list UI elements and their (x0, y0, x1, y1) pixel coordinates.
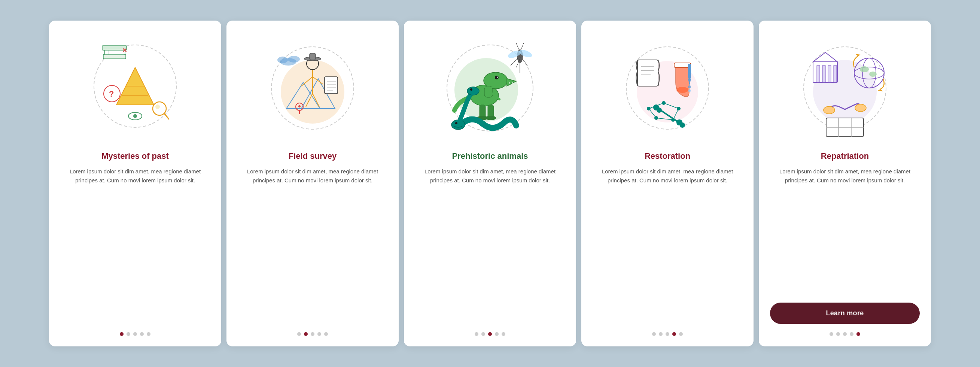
dot-1[interactable] (297, 332, 301, 336)
dot-4[interactable] (495, 332, 499, 336)
dot-2[interactable] (127, 332, 130, 336)
learn-more-button[interactable]: Learn more (770, 303, 920, 324)
card-body-field-survey: Lorem ipsum dolor sit dim amet, mea regi… (238, 167, 387, 324)
svg-marker-107 (855, 54, 861, 56)
svg-point-37 (277, 57, 288, 63)
dot-2[interactable] (836, 332, 840, 336)
svg-line-65 (516, 43, 519, 49)
illustration-field-survey (264, 32, 361, 144)
dots-prehistoric (475, 332, 505, 336)
svg-point-109 (824, 106, 835, 114)
dot-4[interactable] (850, 332, 853, 336)
svg-rect-22 (310, 53, 315, 60)
dot-5[interactable] (856, 332, 860, 336)
svg-line-66 (521, 43, 524, 49)
dot-4[interactable] (672, 332, 676, 336)
svg-rect-98 (817, 65, 820, 82)
svg-point-105 (860, 66, 869, 72)
svg-rect-69 (638, 60, 658, 86)
svg-marker-108 (878, 89, 883, 91)
svg-point-56 (467, 87, 479, 95)
dot-1[interactable] (652, 332, 656, 336)
svg-point-55 (455, 122, 457, 124)
svg-point-106 (869, 72, 877, 77)
cards-container: ? ✕ Mysteries of past Lorem ipsum dolor … (49, 21, 931, 346)
svg-rect-101 (834, 65, 837, 82)
dots-restoration (652, 332, 683, 336)
dot-1[interactable] (120, 332, 124, 336)
svg-line-13 (164, 113, 169, 119)
dot-3[interactable] (843, 332, 847, 336)
dot-5[interactable] (324, 332, 328, 336)
card-title-prehistoric: Prehistoric animals (452, 151, 528, 162)
svg-marker-97 (813, 53, 837, 62)
svg-rect-48 (484, 86, 493, 97)
card-title-restoration: Restoration (644, 151, 690, 162)
svg-point-46 (495, 76, 499, 80)
svg-line-61 (511, 58, 518, 65)
svg-point-52 (485, 116, 496, 120)
svg-point-74 (676, 87, 688, 93)
svg-point-93 (688, 89, 690, 92)
card-title-field-survey: Field survey (289, 151, 337, 162)
dots-field-survey (297, 332, 328, 336)
svg-point-77 (657, 107, 662, 113)
svg-rect-90 (688, 64, 691, 79)
svg-point-38 (288, 56, 300, 62)
card-body-prehistoric: Lorem ipsum dolor sit dim amet, mea regi… (415, 167, 565, 324)
svg-point-34 (298, 105, 301, 107)
dot-5[interactable] (679, 332, 683, 336)
svg-point-11 (133, 114, 137, 118)
svg-text:?: ? (109, 89, 114, 99)
svg-rect-4 (103, 54, 126, 59)
dot-3[interactable] (133, 332, 137, 336)
illustration-mysteries: ? ✕ (86, 32, 184, 144)
dot-5[interactable] (502, 332, 505, 336)
card-body-repatriation: Lorem ipsum dolor sit dim amet, mea regi… (770, 167, 920, 296)
dot-1[interactable] (475, 332, 478, 336)
svg-point-47 (497, 77, 498, 78)
svg-rect-100 (828, 65, 831, 82)
svg-rect-28 (325, 77, 338, 94)
illustration-restoration (619, 32, 716, 144)
dot-2[interactable] (481, 332, 485, 336)
dot-3[interactable] (311, 332, 315, 336)
card-body-mysteries: Lorem ipsum dolor sit dim amet, mea regi… (60, 167, 210, 324)
svg-point-57 (470, 88, 473, 91)
dot-5[interactable] (147, 332, 151, 336)
dots-repatriation (829, 332, 860, 336)
svg-text:✕: ✕ (122, 47, 127, 54)
svg-line-63 (522, 58, 527, 65)
illustration-repatriation (796, 32, 894, 144)
dots-mysteries (120, 332, 151, 336)
dot-2[interactable] (659, 332, 663, 336)
card-prehistoric: Prehistoric animals Lorem ipsum dolor si… (404, 21, 576, 346)
dot-3[interactable] (665, 332, 669, 336)
svg-point-79 (680, 123, 685, 128)
svg-rect-99 (822, 65, 826, 82)
dot-3[interactable] (488, 332, 492, 336)
card-title-repatriation: Repatriation (821, 151, 869, 162)
card-restoration: Restoration Lorem ipsum dolor sit dim am… (581, 21, 754, 346)
card-mysteries: ? ✕ Mysteries of past Lorem ipsum dolor … (49, 21, 221, 346)
svg-point-92 (688, 85, 691, 88)
dot-1[interactable] (829, 332, 833, 336)
illustration-prehistoric (441, 32, 539, 144)
dot-4[interactable] (140, 332, 144, 336)
svg-point-14 (155, 104, 160, 109)
dot-2[interactable] (304, 332, 308, 336)
card-field-survey: Field survey Lorem ipsum dolor sit dim a… (226, 21, 399, 346)
svg-point-110 (855, 104, 866, 112)
svg-point-54 (452, 120, 465, 129)
card-title-mysteries: Mysteries of past (102, 151, 169, 162)
card-body-restoration: Lorem ipsum dolor sit dim amet, mea regi… (593, 167, 742, 324)
card-repatriation: Repatriation Lorem ipsum dolor sit dim a… (759, 21, 931, 346)
dot-4[interactable] (317, 332, 321, 336)
